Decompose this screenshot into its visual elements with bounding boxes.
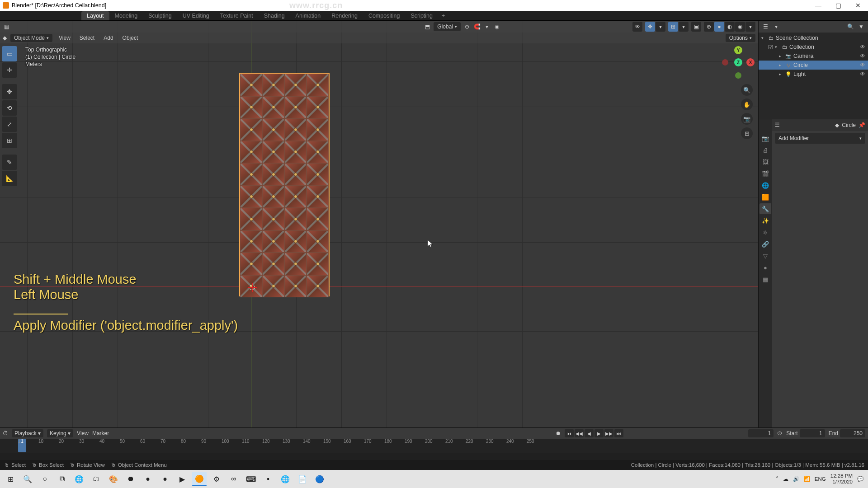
view-menu[interactable]: View [56,35,73,41]
tool-cursor[interactable]: ✛ [2,62,17,78]
workspace-tab-modeling[interactable]: Modeling [109,11,143,20]
prop-tab-output[interactable]: 🖨 [760,145,771,155]
prop-tab-mesh[interactable]: ▽ [760,250,771,261]
tray-language[interactable]: ENG [815,476,826,482]
outliner-editor-icon[interactable]: ☰ [761,23,769,31]
jump-next-keyframe-button[interactable]: ▶▶ [604,429,613,437]
add-menu[interactable]: Add [101,35,116,41]
orientation-icon[interactable]: ⬒ [424,23,431,30]
taskbar-app-misc2[interactable]: ● [158,472,172,486]
select-menu[interactable]: Select [77,35,97,41]
start-frame-field[interactable]: 1 [800,429,825,437]
outliner-filter-icon[interactable]: ▼ [857,23,865,31]
gizmo-x-axis[interactable]: X [746,58,755,66]
workspace-tab-compositing[interactable]: Compositing [363,11,405,20]
prop-tab-material[interactable]: ● [760,262,771,273]
shading-lookdev-button[interactable]: ◐ [725,22,735,32]
outliner-collection[interactable]: ☑▾🗀Collection 👁 [759,42,868,52]
play-reverse-button[interactable]: ◀ [585,429,594,437]
nav-pan-button[interactable]: ✋ [741,99,753,110]
tool-scale[interactable]: ⤢ [2,117,17,132]
prop-tab-object[interactable]: 🟧 [760,192,771,202]
taskbar-cortana-button[interactable]: ○ [38,472,52,486]
xray-toggle[interactable]: ▣ [691,22,701,32]
outliner-search-icon[interactable]: 🔍 [846,23,854,31]
workspace-tab-texturepaint[interactable]: Texture Paint [215,11,259,20]
taskbar-app-obs[interactable]: ⏺ [123,472,138,486]
jump-to-start-button[interactable]: ⏮ [565,429,574,437]
transform-orientation-dropdown[interactable]: Global ▾ [434,22,461,31]
prop-tab-constraints[interactable]: 🔗 [760,239,771,249]
taskbar-app-misc5[interactable]: 🔵 [312,472,327,486]
taskbar-app-paint[interactable]: 🎨 [106,472,121,486]
tray-notifications-icon[interactable]: 💬 [857,476,863,482]
prop-tab-physics[interactable]: ⚛ [760,227,771,238]
tool-move[interactable]: ✥ [2,84,17,99]
window-minimize-button[interactable]: — [808,0,828,11]
jump-prev-keyframe-button[interactable]: ◀◀ [575,429,584,437]
workspace-tab-shading[interactable]: Shading [259,11,290,20]
timeline-keying-menu[interactable]: Keying ▾ [47,429,73,437]
tray-chevron-icon[interactable]: ˄ [776,476,778,482]
gizmo-dropdown[interactable]: ▾ [656,22,665,32]
3d-viewport[interactable]: ▦ ⬒ Global ▾ ⊙ 🧲 ▾ ◉ 👁 ✥ ▾ ⊞ ▾ [0,21,758,453]
editor-type-icon[interactable]: ▦ [3,23,10,30]
tool-rotate[interactable]: ⟲ [2,100,17,116]
navigation-gizmo[interactable]: Y X Z [722,46,755,79]
tool-transform[interactable]: ⊞ [2,133,17,148]
gizmo-z-axis[interactable]: Z [734,58,742,66]
taskbar-app-blender[interactable]: 🟠 [192,472,207,486]
workspace-tab-rendering[interactable]: Rendering [326,11,363,20]
taskbar-app-explorer[interactable]: 🗂 [89,472,104,486]
timeline-marker-menu[interactable]: Marker [92,430,109,436]
outliner-scene-collection[interactable]: ▾🗀Scene Collection [759,33,868,42]
tray-onedrive-icon[interactable]: ☁ [783,476,788,482]
snap-type-dropdown[interactable]: ▾ [483,23,491,30]
prop-editor-icon[interactable]: ☰ [775,122,780,128]
shading-solid-button[interactable]: ● [714,22,724,32]
add-modifier-dropdown[interactable]: Add Modifier ▾ [775,133,865,144]
taskbar-search-button[interactable]: 🔍 [20,472,35,486]
timeline-playback-menu[interactable]: Playback ▾ [12,429,43,437]
tray-clock[interactable]: 12:28 PM 1/7/2020 [830,473,853,485]
nav-zoom-button[interactable]: 🔍 [741,84,753,96]
nav-camera-button[interactable]: 📷 [741,113,753,125]
shading-rendered-button[interactable]: ◉ [735,22,745,32]
outliner-item-light[interactable]: ▸💡Light 👁 [759,70,868,79]
light-visibility-toggle[interactable]: 👁 [860,71,865,77]
outliner-item-circle[interactable]: ▸▽Circle 👁 [759,61,868,70]
tool-measure[interactable]: 📐 [2,171,17,186]
timeline-view-menu[interactable]: View [77,430,89,436]
shading-wireframe-button[interactable]: ⊕ [704,22,714,32]
workspace-add-button[interactable]: + [438,11,448,20]
window-close-button[interactable]: ✕ [848,0,868,11]
taskbar-app-word[interactable]: 📄 [295,472,310,486]
interaction-mode-dropdown[interactable]: Object Mode ▾ [10,34,52,42]
window-maximize-button[interactable]: ▢ [828,0,848,11]
taskbar-app-edge[interactable]: 🌐 [72,472,86,486]
object-type-visibility-button[interactable]: 👁 [632,22,642,32]
taskbar-app-misc3[interactable]: ▶ [175,472,189,486]
workspace-tab-animation[interactable]: Animation [290,11,326,20]
prop-tab-viewlayer[interactable]: 🖼 [760,156,771,167]
taskbar-app-misc4[interactable]: ⚙ [209,472,224,486]
options-dropdown[interactable]: Options ▾ [726,34,755,42]
mesh-object-circle[interactable] [239,73,330,296]
nav-perspective-button[interactable]: ⊞ [741,127,753,139]
taskbar-app-chrome[interactable]: 🌐 [278,472,292,486]
gizmo-neg-y-axis[interactable] [735,72,741,79]
workspace-tab-sculpting[interactable]: Sculpting [143,11,177,20]
circle-visibility-toggle[interactable]: 👁 [860,62,865,68]
gizmo-neg-x-axis[interactable] [722,59,728,66]
overlay-dropdown[interactable]: ▾ [679,22,689,32]
shading-dropdown[interactable]: ▾ [745,22,755,32]
timeline-ruler[interactable]: 1 11020304050607080901001101201301401501… [0,439,868,452]
prop-tab-texture[interactable]: ▦ [760,274,771,285]
workspace-tab-scripting[interactable]: Scripting [405,11,438,20]
outliner-item-camera[interactable]: ▸📷Camera 👁 [759,52,868,61]
object-menu[interactable]: Object [120,35,141,41]
jump-to-end-button[interactable]: ⏭ [614,429,623,437]
workspace-tab-layout[interactable]: Layout [81,11,109,20]
proportional-edit-toggle[interactable]: ◉ [493,23,500,30]
taskbar-app-vs[interactable]: ∞ [226,472,241,486]
